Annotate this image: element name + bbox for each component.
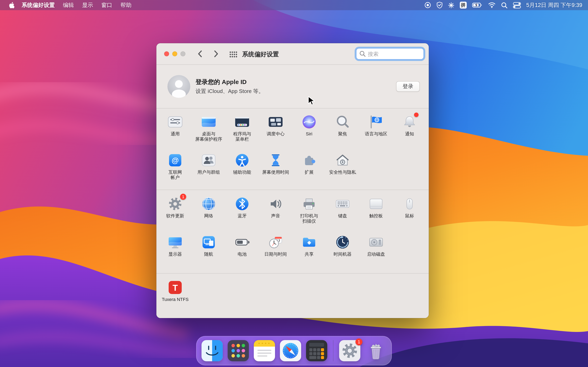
- extensions-icon: [301, 152, 317, 168]
- control-center-icon[interactable]: [513, 0, 521, 10]
- dock-finder-icon[interactable]: [201, 340, 223, 361]
- prefs-grid-1: 通用 桌面与 屏幕保护程序 程序坞与 菜单栏 调度中心: [156, 108, 429, 190]
- pref-displays[interactable]: 显示器: [158, 234, 192, 257]
- menubar-clock[interactable]: 5月12日 周四 下午9:39: [526, 1, 582, 9]
- menubar-help-menu[interactable]: 帮助: [116, 0, 136, 10]
- dock-safari-icon[interactable]: [280, 340, 301, 361]
- pref-date-time[interactable]: 17 日期与时间: [259, 234, 292, 257]
- pref-mouse[interactable]: 鼠标: [393, 196, 426, 218]
- pref-label: Tuxera NTFS: [162, 297, 189, 302]
- desktop: 系统偏好设置 编辑 显示 窗口 帮助 拼 5月12日 周四 下午9:39: [0, 0, 588, 367]
- close-button[interactable]: [164, 51, 169, 56]
- pref-label: Siri: [306, 131, 312, 137]
- menubar-app-menu[interactable]: 系统偏好设置: [17, 0, 59, 10]
- pref-network[interactable]: 网络: [192, 196, 225, 218]
- apple-id-subtitle: 设置 iCloud、App Store 等。: [196, 87, 264, 95]
- sidecar-icon: [200, 234, 217, 250]
- pref-time-machine[interactable]: 时间机器: [326, 234, 359, 257]
- screen-record-icon[interactable]: [424, 0, 431, 10]
- pref-internet-accounts[interactable]: @ 互联网 帐户: [158, 152, 192, 180]
- pref-startup-disk[interactable]: 启动磁盘: [359, 234, 393, 257]
- pref-tuxera-ntfs[interactable]: T Tuxera NTFS: [158, 279, 192, 302]
- pref-label: 电池: [238, 252, 247, 257]
- software-update-icon: 1: [167, 196, 183, 212]
- pref-sharing[interactable]: 共享: [292, 234, 326, 257]
- mouse-cursor: [307, 96, 316, 105]
- dock-calculator-icon[interactable]: [306, 340, 327, 361]
- spotlight-search-icon[interactable]: [501, 0, 507, 10]
- pref-extensions[interactable]: 扩展: [292, 152, 326, 175]
- general-icon: [167, 114, 183, 130]
- snowflake-icon[interactable]: [448, 0, 454, 10]
- pref-mission-control[interactable]: 调度中心: [259, 114, 292, 137]
- pref-label: 辅助功能: [233, 170, 251, 175]
- pref-label: 触控板: [369, 213, 383, 218]
- show-all-button[interactable]: [228, 49, 238, 59]
- pref-language-region[interactable]: 语言与地区: [359, 114, 393, 137]
- apple-id-section: 登录您的 Apple ID 设置 iCloud、App Store 等。 登录: [156, 65, 429, 108]
- dock-notes-icon[interactable]: [254, 340, 275, 361]
- svg-text:T: T: [173, 283, 178, 292]
- pref-trackpad[interactable]: 触控板: [359, 196, 393, 218]
- pref-users-groups[interactable]: 用户与群组: [192, 152, 225, 175]
- tuxera-ntfs-icon: T: [167, 279, 183, 296]
- dock-divider: [333, 340, 333, 361]
- siri-icon: [301, 114, 317, 130]
- pref-dock-menubar[interactable]: 程序坞与 菜单栏: [225, 114, 259, 142]
- pref-label: 用户与群组: [198, 170, 220, 175]
- pref-bluetooth[interactable]: 蓝牙: [225, 196, 259, 218]
- forward-button[interactable]: [211, 49, 221, 59]
- pref-label: 通用: [171, 131, 180, 137]
- pref-desktop-screensaver[interactable]: 桌面与 屏幕保护程序: [192, 114, 225, 142]
- pref-spotlight[interactable]: 聚焦: [326, 114, 359, 137]
- dock-launchpad-icon[interactable]: [228, 340, 249, 361]
- pref-label: 日期与时间: [264, 252, 287, 257]
- input-method-icon[interactable]: 拼: [459, 2, 467, 8]
- menubar-edit-menu[interactable]: 编辑: [59, 0, 78, 10]
- zoom-button[interactable]: [181, 51, 185, 56]
- pref-label: 键盘: [338, 213, 347, 218]
- svg-text:@: @: [172, 156, 179, 165]
- menubar-window-menu[interactable]: 窗口: [97, 0, 116, 10]
- pref-sound[interactable]: 声音: [259, 196, 292, 218]
- pref-keyboard[interactable]: 键盘: [326, 196, 359, 218]
- date-time-icon: 17: [268, 234, 284, 250]
- pref-label: 网络: [204, 213, 213, 218]
- pref-label: 通知: [405, 131, 414, 137]
- pref-printers-scanners[interactable]: 打印机与 扫描仪: [292, 196, 326, 224]
- apple-menu[interactable]: [5, 2, 17, 8]
- minimize-button[interactable]: [172, 51, 177, 56]
- pref-label: 程序坞与 菜单栏: [233, 131, 251, 142]
- pref-general[interactable]: 通用: [158, 114, 192, 137]
- pref-security-privacy[interactable]: 安全性与隐私: [326, 152, 359, 175]
- pref-label: 共享: [305, 252, 314, 257]
- pref-label: 屏幕使用时间: [262, 170, 289, 175]
- pref-screen-time[interactable]: 屏幕使用时间: [259, 152, 292, 175]
- system-preferences-badge: 1: [355, 338, 362, 345]
- search-input[interactable]: [356, 48, 424, 59]
- pref-software-update[interactable]: 1 软件更新: [158, 196, 192, 218]
- accessibility-icon: [234, 152, 250, 168]
- pref-label: 安全性与隐私: [329, 170, 356, 175]
- pref-label: 蓝牙: [238, 213, 247, 218]
- pref-sidecar[interactable]: 随航: [192, 234, 225, 257]
- dock-system-preferences-icon[interactable]: 1: [339, 340, 360, 361]
- dock-trash-icon[interactable]: [365, 340, 387, 361]
- pref-label: 显示器: [168, 252, 182, 257]
- language-region-icon: [368, 114, 384, 130]
- wifi-icon[interactable]: [488, 0, 495, 10]
- desktop-screensaver-icon: [200, 114, 217, 130]
- users-groups-icon: [200, 152, 217, 168]
- pref-accessibility[interactable]: 辅助功能: [225, 152, 259, 175]
- back-button[interactable]: [195, 49, 205, 59]
- menubar-view-menu[interactable]: 显示: [78, 0, 97, 10]
- pref-siri[interactable]: Siri: [292, 114, 326, 137]
- pref-battery[interactable]: 电池: [225, 234, 259, 257]
- pref-label: 软件更新: [166, 213, 184, 218]
- sign-in-button[interactable]: 登录: [396, 81, 420, 92]
- battery-icon[interactable]: [472, 0, 483, 10]
- shield-check-icon[interactable]: [436, 0, 442, 10]
- internet-accounts-icon: @: [167, 152, 183, 168]
- pref-notifications[interactable]: 通知: [393, 114, 426, 137]
- mouse-icon: [401, 196, 418, 212]
